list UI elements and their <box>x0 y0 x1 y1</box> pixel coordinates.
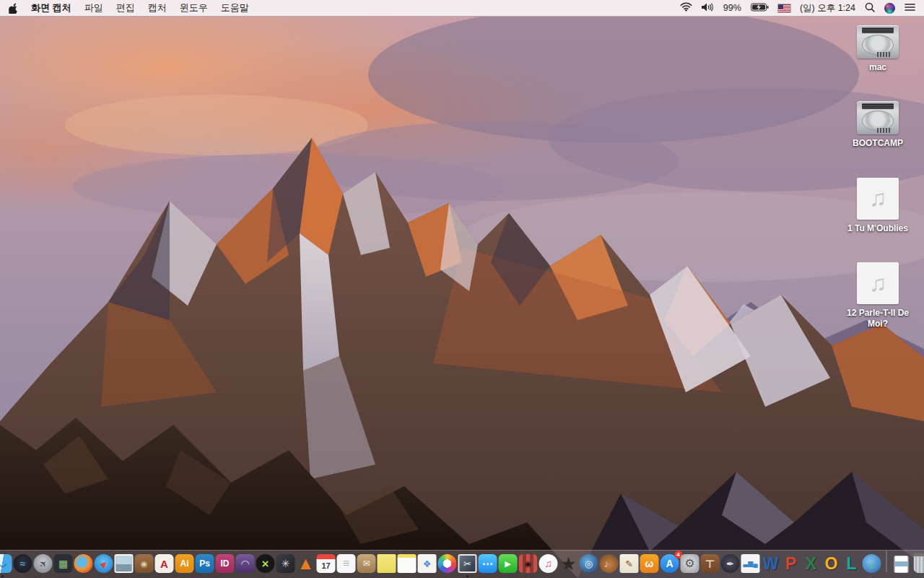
idvd-icon: ◎ <box>580 554 598 573</box>
imovie-glyph: ★ <box>560 555 576 573</box>
firefox-icon <box>74 554 93 573</box>
dock-item-firefox[interactable] <box>74 553 93 573</box>
menu-bar-clock[interactable]: (일) 오후 1:24 <box>800 2 855 14</box>
acrobat-icon: A <box>155 554 174 573</box>
imovie-icon: ★ <box>559 554 578 573</box>
dock-item-system-preferences[interactable]: ⚙ <box>680 553 699 573</box>
system-preferences-icon: ⚙ <box>681 554 699 573</box>
numbers-icon: ▃▆▄ <box>741 554 760 573</box>
dock-item-pages[interactable]: ✒ <box>720 553 740 573</box>
battery-percent[interactable]: 99% <box>723 3 741 13</box>
wifi-icon[interactable] <box>680 2 692 14</box>
ms-excel-glyph: X <box>806 556 816 572</box>
dock-item-ms-lync[interactable]: L <box>842 553 861 573</box>
input-source-us-flag-icon[interactable] <box>778 4 790 12</box>
menu-item-도움말[interactable]: 도움말 <box>221 1 249 14</box>
safari-glyph: ▶ <box>99 558 109 569</box>
ms-lync-icon: L <box>842 554 861 573</box>
dock-item-facetime[interactable]: ▶ <box>498 553 518 573</box>
grab-screen-capture-icon: ✂ <box>458 554 477 573</box>
messages-glyph: … <box>482 556 494 567</box>
itunes-glyph: ♫ <box>544 558 552 569</box>
active-app-name[interactable]: 화면 캡처 <box>31 1 71 14</box>
dock-item-ms-excel[interactable]: X <box>801 553 821 573</box>
documents-app-glyph: ❖ <box>423 559 432 569</box>
dock-item-ibooks[interactable]: ω <box>640 553 659 573</box>
bootcamp-drive-vents <box>877 128 892 133</box>
dock-item-notes[interactable] <box>397 553 417 573</box>
dock-item-trash-full[interactable] <box>912 553 924 573</box>
apple-menu-icon[interactable] <box>9 3 18 14</box>
dock-item-reminders[interactable]: ≡ <box>336 553 356 573</box>
dock-item-contacts[interactable]: ◉ <box>134 553 154 573</box>
dock-item-acrobat[interactable]: A <box>154 553 174 573</box>
dock-item-indesign[interactable]: ID <box>215 553 235 573</box>
garageband-icon: ♩ <box>600 554 619 573</box>
dock-item-ms-powerpoint[interactable]: P <box>781 553 801 573</box>
dock-item-launchpad[interactable]: ✈ <box>33 553 53 573</box>
notification-center-icon[interactable] <box>905 3 915 14</box>
dock-item-garageband[interactable]: ♩ <box>599 553 619 573</box>
dock-item-safari[interactable]: ▶ <box>94 553 113 573</box>
dock-item-photos[interactable] <box>437 553 457 573</box>
vlc-icon: ▲ <box>297 554 315 573</box>
desktop-icon-music-file-1[interactable]: ♫1 Tu M'Oublies <box>847 178 908 233</box>
dock-item-itunes[interactable]: ♫ <box>539 553 558 573</box>
menu-item-윈도우[interactable]: 윈도우 <box>180 1 208 14</box>
desktop-icon-music-file-2[interactable]: ♫12 Parle-T-Il De Moi? <box>837 262 919 329</box>
dock-item-calendar[interactable]: 17 <box>316 553 336 573</box>
dock-item-siri[interactable]: ≈ <box>13 553 32 573</box>
dock-item-ms-word[interactable]: W <box>761 553 780 573</box>
dock-item-image-document[interactable] <box>892 553 911 573</box>
x-utility-glyph: × <box>262 558 269 570</box>
dock-item-x-utility[interactable]: × <box>256 553 275 573</box>
desktop-icon-bootcamp-drive[interactable]: BOOTCAMP <box>853 101 903 148</box>
disk-utility-icon: ✳ <box>276 554 295 573</box>
dock-item-preview[interactable] <box>114 553 134 573</box>
dock-item-keynote[interactable]: ⊤ <box>700 553 720 573</box>
spotlight-search-icon[interactable] <box>865 2 875 14</box>
battery-charging-icon[interactable] <box>751 3 769 14</box>
dock-item-ms-outlook[interactable]: O <box>821 553 841 573</box>
ms-lync-glyph: L <box>846 556 856 572</box>
dock-item-app-store[interactable]: A4 <box>660 553 679 573</box>
dock-item-vlc[interactable]: ▲ <box>296 553 315 573</box>
dock-item-imovie[interactable]: ★ <box>559 553 578 573</box>
dock-item-stickies[interactable] <box>377 553 396 573</box>
grab-screen-capture-running-indicator <box>466 575 468 577</box>
pages-icon: ✒ <box>721 554 740 573</box>
dock-item-textedit[interactable]: ✎ <box>619 553 639 573</box>
dock-item-toast[interactable]: ◠ <box>235 553 255 573</box>
dock-item-mission-control[interactable]: ▦ <box>53 553 73 573</box>
dock-item-numbers[interactable]: ▃▆▄ <box>741 553 760 573</box>
dock-item-archive-box[interactable]: ✉ <box>357 553 376 573</box>
photo-booth-icon: ◉ <box>519 554 538 573</box>
menu-item-캡처[interactable]: 캡처 <box>148 1 167 14</box>
trash-full-icon <box>914 553 924 573</box>
mission-control-glyph: ▦ <box>58 558 68 569</box>
dock-item-idvd[interactable]: ◎ <box>579 553 598 573</box>
itunes-icon: ♫ <box>539 554 558 573</box>
siri-icon: ≈ <box>14 554 32 573</box>
dock-item-photo-booth[interactable]: ◉ <box>518 553 538 573</box>
volume-icon[interactable] <box>702 3 714 14</box>
mac-drive-label: mac <box>869 62 886 72</box>
siri-icon[interactable] <box>884 3 895 14</box>
facetime-icon: ▶ <box>499 554 518 573</box>
toast-icon: ◠ <box>236 554 255 573</box>
dock-item-finder[interactable]: ◡ <box>0 553 12 573</box>
dock-item-download-manager[interactable]: ↓ <box>862 553 881 573</box>
dock-item-documents-app[interactable]: ❖ <box>417 553 437 573</box>
idvd-glyph: ◎ <box>585 559 593 569</box>
desktop-icon-mac-drive[interactable]: mac <box>857 25 899 72</box>
menu-item-편집[interactable]: 편집 <box>116 1 135 14</box>
dock-item-messages[interactable]: … <box>478 553 497 573</box>
menu-item-파일[interactable]: 파일 <box>84 1 103 14</box>
dock-item-grab-screen-capture[interactable]: ✂ <box>458 553 477 573</box>
menu-bar-status: 99% (일) 오후 1:24 <box>680 2 915 14</box>
music-file-2-label: 12 Parle-T-Il De Moi? <box>837 308 919 329</box>
dock-item-illustrator[interactable]: Ai <box>175 553 194 573</box>
reminders-glyph: ≡ <box>343 558 349 569</box>
dock-item-photoshop[interactable]: Ps <box>195 553 214 573</box>
dock-item-disk-utility[interactable]: ✳ <box>276 553 295 573</box>
